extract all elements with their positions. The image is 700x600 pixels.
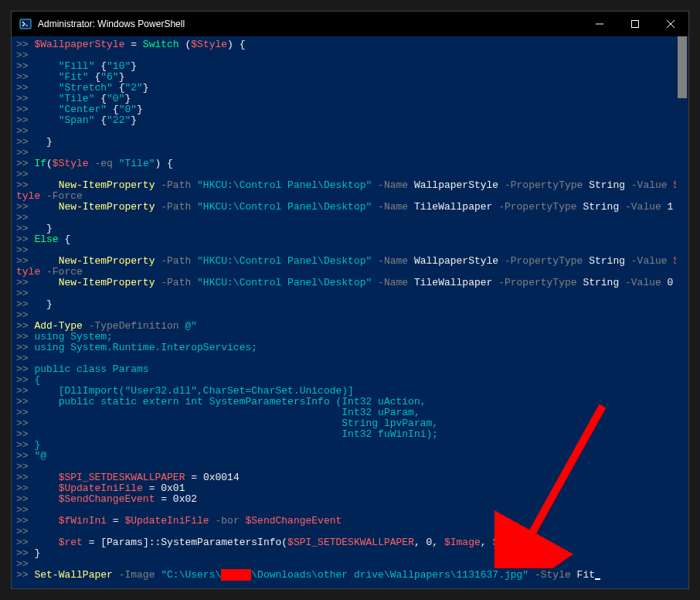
scrollbar[interactable] [676,36,688,588]
powershell-window: Administrator: Windows PowerShell >> $Wa… [11,11,689,589]
redacted-username: XXXXX [221,569,251,581]
close-button[interactable] [653,12,688,36]
maximize-button[interactable] [617,12,653,36]
scrollbar-thumb[interactable] [678,36,687,98]
powershell-icon [19,18,32,30]
terminal-content[interactable]: >> $WallpaperStyle = Switch ($Style) { >… [12,36,676,588]
titlebar[interactable]: Administrator: Windows PowerShell [12,12,688,36]
window-controls [582,12,688,36]
svg-rect-2 [632,21,639,28]
minimize-button[interactable] [582,12,617,36]
window-title: Administrator: Windows PowerShell [38,19,185,29]
cursor [595,578,600,580]
svg-rect-0 [20,19,31,29]
